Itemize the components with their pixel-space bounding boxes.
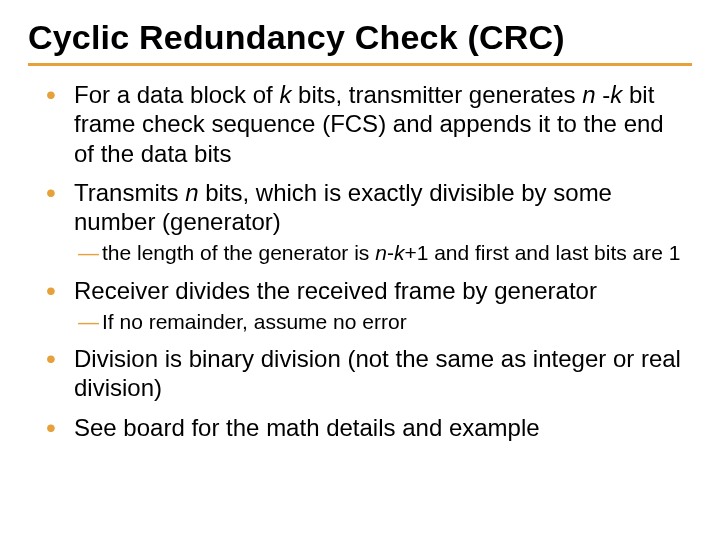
var-k: k xyxy=(610,81,622,108)
var-n: n xyxy=(375,241,387,264)
sub-list: If no remainder, assume no error xyxy=(74,309,688,334)
slide: Cyclic Redundancy Check (CRC) For a data… xyxy=(0,0,720,540)
var-n: n xyxy=(582,81,595,108)
bullet-3-sub-1: If no remainder, assume no error xyxy=(78,309,688,334)
bullet-1: For a data block of k bits, transmitter … xyxy=(46,80,688,168)
text: Transmits xyxy=(74,179,185,206)
bullet-2: Transmits n bits, which is exactly divis… xyxy=(46,178,688,266)
bullet-3: Receiver divides the received frame by g… xyxy=(46,276,688,334)
text: If no remainder, assume no error xyxy=(102,310,407,333)
text: Receiver divides the received frame by g… xyxy=(74,277,597,304)
text: Division is binary division (not the sam… xyxy=(74,345,681,401)
slide-title: Cyclic Redundancy Check (CRC) xyxy=(28,18,692,66)
bullet-4: Division is binary division (not the sam… xyxy=(46,344,688,403)
text: See board for the math details and examp… xyxy=(74,414,540,441)
bullet-5: See board for the math details and examp… xyxy=(46,413,688,442)
text: the length of the generator is xyxy=(102,241,375,264)
text: +1 and first and last bits are 1 xyxy=(404,241,680,264)
bullet-list: For a data block of k bits, transmitter … xyxy=(28,80,692,442)
sub-list: the length of the generator is n-k+1 and… xyxy=(74,240,688,265)
text: bits, transmitter generates xyxy=(291,81,582,108)
var-k: k xyxy=(279,81,291,108)
var-k: k xyxy=(394,241,405,264)
var-n: n xyxy=(185,179,198,206)
bullet-2-sub-1: the length of the generator is n-k+1 and… xyxy=(78,240,688,265)
text: - xyxy=(596,81,611,108)
text: For a data block of xyxy=(74,81,279,108)
text: - xyxy=(387,241,394,264)
